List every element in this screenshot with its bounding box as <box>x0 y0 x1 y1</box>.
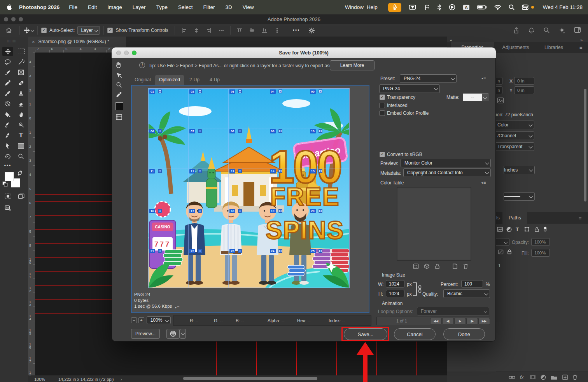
screen: Photoshop 2026 FileEditImageLayerTypeSel… <box>0 0 588 382</box>
save-button-highlight-box <box>341 327 389 341</box>
annotation-arrow-shaft <box>363 353 368 382</box>
